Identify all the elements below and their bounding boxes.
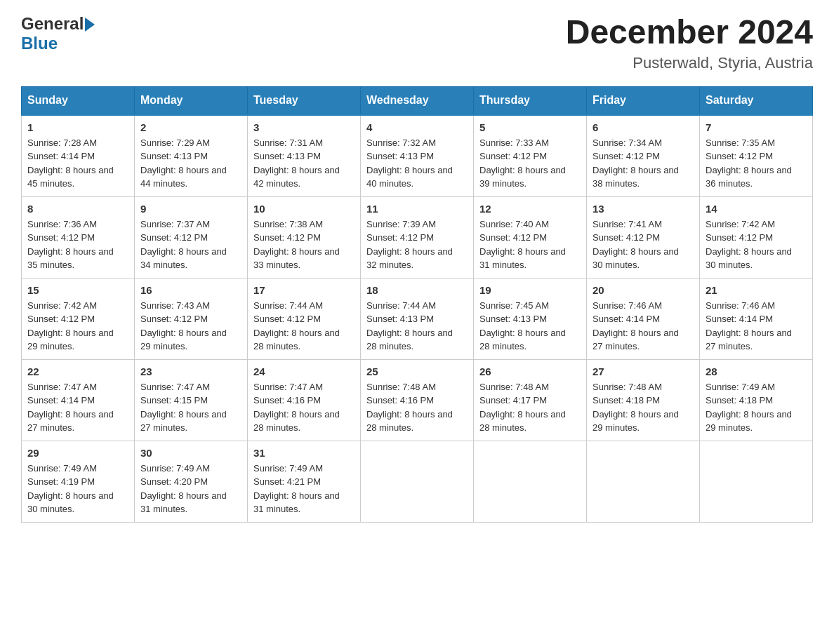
day-number: 26 [479, 365, 581, 377]
column-header-friday: Friday [587, 86, 700, 114]
calendar-cell [361, 441, 474, 522]
calendar-cell: 29Sunrise: 7:49 AMSunset: 4:19 PMDayligh… [22, 441, 135, 522]
day-info: Sunrise: 7:33 AMSunset: 4:12 PMDaylight:… [479, 136, 581, 191]
day-number: 20 [593, 284, 694, 296]
calendar-cell: 7Sunrise: 7:35 AMSunset: 4:12 PMDaylight… [700, 114, 813, 196]
day-info: Sunrise: 7:42 AMSunset: 4:12 PMDaylight:… [27, 299, 128, 354]
day-number: 25 [366, 365, 468, 377]
day-info: Sunrise: 7:39 AMSunset: 4:12 PMDaylight:… [366, 217, 468, 272]
calendar-cell: 10Sunrise: 7:38 AMSunset: 4:12 PMDayligh… [248, 196, 361, 278]
day-info: Sunrise: 7:41 AMSunset: 4:12 PMDaylight:… [593, 217, 694, 272]
calendar-cell: 19Sunrise: 7:45 AMSunset: 4:13 PMDayligh… [474, 278, 587, 359]
calendar-cell: 30Sunrise: 7:49 AMSunset: 4:20 PMDayligh… [135, 441, 248, 522]
calendar-cell: 6Sunrise: 7:34 AMSunset: 4:12 PMDaylight… [587, 114, 700, 196]
day-info: Sunrise: 7:43 AMSunset: 4:12 PMDaylight:… [140, 299, 241, 354]
logo-blue-text: Blue [21, 34, 58, 53]
day-number: 28 [706, 365, 807, 377]
day-number: 19 [479, 284, 581, 296]
day-info: Sunrise: 7:49 AMSunset: 4:19 PMDaylight:… [27, 462, 128, 516]
day-info: Sunrise: 7:32 AMSunset: 4:13 PMDaylight:… [366, 136, 468, 191]
calendar-cell: 3Sunrise: 7:31 AMSunset: 4:13 PMDaylight… [248, 114, 361, 196]
day-info: Sunrise: 7:48 AMSunset: 4:18 PMDaylight:… [593, 380, 694, 435]
day-number: 6 [593, 121, 694, 133]
logo-general-text: General [21, 14, 84, 34]
day-number: 10 [253, 203, 355, 215]
day-number: 31 [253, 447, 355, 459]
calendar-week-4: 22Sunrise: 7:47 AMSunset: 4:14 PMDayligh… [22, 359, 813, 441]
day-info: Sunrise: 7:47 AMSunset: 4:16 PMDaylight:… [253, 380, 355, 435]
column-header-sunday: Sunday [22, 86, 135, 114]
day-number: 13 [593, 203, 694, 215]
calendar-cell: 26Sunrise: 7:48 AMSunset: 4:17 PMDayligh… [474, 359, 587, 441]
calendar-cell: 24Sunrise: 7:47 AMSunset: 4:16 PMDayligh… [248, 359, 361, 441]
day-number: 5 [479, 121, 581, 133]
calendar-cell: 13Sunrise: 7:41 AMSunset: 4:12 PMDayligh… [587, 196, 700, 278]
day-number: 12 [479, 203, 581, 215]
day-number: 15 [27, 284, 128, 296]
calendar-cell [474, 441, 587, 522]
column-header-tuesday: Tuesday [248, 86, 361, 114]
day-info: Sunrise: 7:40 AMSunset: 4:12 PMDaylight:… [479, 217, 581, 272]
column-header-saturday: Saturday [700, 86, 813, 114]
calendar-cell: 20Sunrise: 7:46 AMSunset: 4:14 PMDayligh… [587, 278, 700, 359]
month-title: December 2024 [566, 14, 813, 51]
day-info: Sunrise: 7:49 AMSunset: 4:20 PMDaylight:… [140, 462, 241, 516]
day-info: Sunrise: 7:47 AMSunset: 4:15 PMDaylight:… [140, 380, 241, 435]
calendar-cell: 15Sunrise: 7:42 AMSunset: 4:12 PMDayligh… [22, 278, 135, 359]
calendar-week-1: 1Sunrise: 7:28 AMSunset: 4:14 PMDaylight… [22, 114, 813, 196]
day-number: 22 [27, 365, 128, 377]
column-header-wednesday: Wednesday [361, 86, 474, 114]
day-info: Sunrise: 7:44 AMSunset: 4:12 PMDaylight:… [253, 299, 355, 354]
calendar-cell: 23Sunrise: 7:47 AMSunset: 4:15 PMDayligh… [135, 359, 248, 441]
calendar-cell: 12Sunrise: 7:40 AMSunset: 4:12 PMDayligh… [474, 196, 587, 278]
calendar-cell: 28Sunrise: 7:49 AMSunset: 4:18 PMDayligh… [700, 359, 813, 441]
calendar-cell: 5Sunrise: 7:33 AMSunset: 4:12 PMDaylight… [474, 114, 587, 196]
day-number: 1 [27, 121, 128, 133]
day-number: 8 [27, 203, 128, 215]
calendar-cell: 1Sunrise: 7:28 AMSunset: 4:14 PMDaylight… [22, 114, 135, 196]
page-header: General Blue December 2024 Pusterwald, S… [21, 14, 813, 72]
day-info: Sunrise: 7:34 AMSunset: 4:12 PMDaylight:… [593, 136, 694, 191]
day-number: 16 [140, 284, 241, 296]
day-number: 14 [706, 203, 807, 215]
day-info: Sunrise: 7:28 AMSunset: 4:14 PMDaylight:… [27, 136, 128, 191]
day-number: 17 [253, 284, 355, 296]
calendar-cell: 2Sunrise: 7:29 AMSunset: 4:13 PMDaylight… [135, 114, 248, 196]
calendar-table: SundayMondayTuesdayWednesdayThursdayFrid… [21, 86, 813, 523]
calendar-week-5: 29Sunrise: 7:49 AMSunset: 4:19 PMDayligh… [22, 441, 813, 522]
day-info: Sunrise: 7:38 AMSunset: 4:12 PMDaylight:… [253, 217, 355, 272]
day-info: Sunrise: 7:49 AMSunset: 4:18 PMDaylight:… [706, 380, 807, 435]
location-title: Pusterwald, Styria, Austria [566, 54, 813, 72]
calendar-cell: 11Sunrise: 7:39 AMSunset: 4:12 PMDayligh… [361, 196, 474, 278]
calendar-cell: 18Sunrise: 7:44 AMSunset: 4:13 PMDayligh… [361, 278, 474, 359]
logo: General Blue [21, 14, 95, 53]
calendar-cell: 8Sunrise: 7:36 AMSunset: 4:12 PMDaylight… [22, 196, 135, 278]
logo-arrow-icon [85, 18, 95, 32]
day-number: 2 [140, 121, 241, 133]
day-number: 18 [366, 284, 468, 296]
day-number: 30 [140, 447, 241, 459]
calendar-cell: 14Sunrise: 7:42 AMSunset: 4:12 PMDayligh… [700, 196, 813, 278]
day-info: Sunrise: 7:29 AMSunset: 4:13 PMDaylight:… [140, 136, 241, 191]
column-header-thursday: Thursday [474, 86, 587, 114]
calendar-cell: 22Sunrise: 7:47 AMSunset: 4:14 PMDayligh… [22, 359, 135, 441]
day-info: Sunrise: 7:48 AMSunset: 4:17 PMDaylight:… [479, 380, 581, 435]
day-number: 23 [140, 365, 241, 377]
day-number: 3 [253, 121, 355, 133]
day-info: Sunrise: 7:49 AMSunset: 4:21 PMDaylight:… [253, 462, 355, 516]
calendar-cell: 31Sunrise: 7:49 AMSunset: 4:21 PMDayligh… [248, 441, 361, 522]
day-info: Sunrise: 7:44 AMSunset: 4:13 PMDaylight:… [366, 299, 468, 354]
calendar-cell: 9Sunrise: 7:37 AMSunset: 4:12 PMDaylight… [135, 196, 248, 278]
day-number: 27 [593, 365, 694, 377]
calendar-week-3: 15Sunrise: 7:42 AMSunset: 4:12 PMDayligh… [22, 278, 813, 359]
calendar-cell: 17Sunrise: 7:44 AMSunset: 4:12 PMDayligh… [248, 278, 361, 359]
day-number: 24 [253, 365, 355, 377]
day-info: Sunrise: 7:45 AMSunset: 4:13 PMDaylight:… [479, 299, 581, 354]
calendar-cell: 27Sunrise: 7:48 AMSunset: 4:18 PMDayligh… [587, 359, 700, 441]
calendar-cell [587, 441, 700, 522]
day-number: 11 [366, 203, 468, 215]
day-info: Sunrise: 7:47 AMSunset: 4:14 PMDaylight:… [27, 380, 128, 435]
day-info: Sunrise: 7:46 AMSunset: 4:14 PMDaylight:… [706, 299, 807, 354]
day-info: Sunrise: 7:48 AMSunset: 4:16 PMDaylight:… [366, 380, 468, 435]
day-number: 7 [706, 121, 807, 133]
